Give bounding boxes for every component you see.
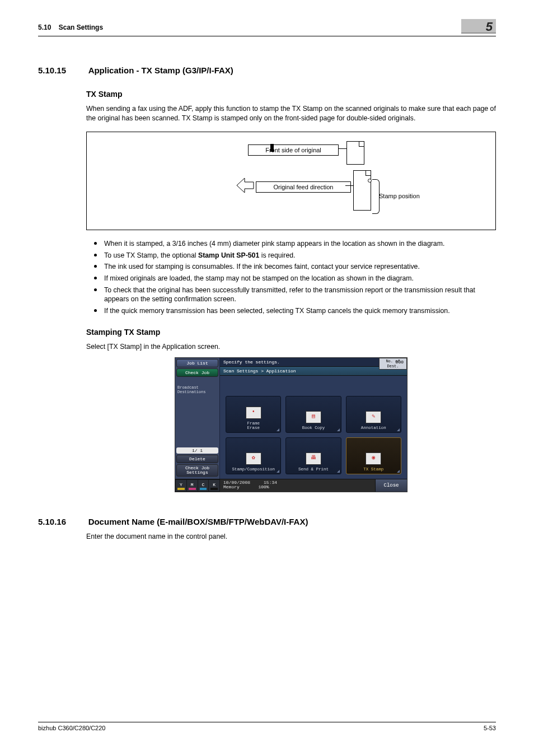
section-heading-1: 5.10.15 Application - TX Stamp (G3/IP/I-…	[38, 66, 496, 75]
job-list-tab[interactable]: Job List	[176, 359, 218, 367]
close-button[interactable]: Close	[375, 479, 407, 492]
arrow-left-icon	[237, 176, 255, 197]
list-item: The ink used for stamping is consumables…	[86, 262, 496, 272]
app-book-copy[interactable]: ▤ Book Copy	[285, 396, 341, 433]
header-left: 5.10 Scan Settings	[38, 24, 103, 31]
check-job-button[interactable]: Check Job	[176, 368, 218, 377]
diagram-doc-front	[346, 141, 364, 165]
stamp-comp-icon: ✿	[246, 452, 261, 465]
subheading-stamping: Stamping TX Stamp	[86, 328, 496, 337]
section-title: Application - TX Stamp (G3/IP/I-FAX)	[88, 66, 233, 75]
page-header: 5.10 Scan Settings 5	[38, 20, 496, 36]
page-footer: bizhub C360/C280/C220 5-53	[38, 722, 496, 731]
app-stamp-composition[interactable]: ✿ Stamp/Composition	[226, 437, 281, 474]
para-txstamp-intro: When sending a fax using the ADF, apply …	[86, 104, 496, 123]
subheading-txstamp: TX Stamp	[86, 90, 496, 99]
annotation-icon: ✎	[366, 411, 381, 423]
status-bar: 10/09/2008 15:34 Memory 100%	[220, 479, 375, 492]
bullet-list: When it is stamped, a 3/16 inches (4 mm)…	[86, 239, 496, 315]
toner-c: C	[198, 480, 209, 491]
list-item: To check that the original has been succ…	[86, 286, 496, 304]
dest-count-value: 000	[396, 360, 404, 365]
list-item: If mixed originals are loaded, the stamp…	[86, 274, 496, 283]
section-heading-2: 5.10.16 Document Name (E-mail/BOX/SMB/FT…	[38, 517, 496, 526]
app-frame-erase[interactable]: • Frame Erase	[226, 396, 281, 433]
instruction-text: Specify the settings.	[223, 360, 280, 365]
app-tx-stamp[interactable]: ◉ TX Stamp	[346, 437, 401, 474]
diagram-label-front: Front side of original	[248, 144, 339, 156]
app-send-print[interactable]: 🖶 Send & Print	[285, 437, 341, 474]
footer-model: bizhub C360/C280/C220	[38, 725, 105, 731]
diagram-mark	[270, 144, 274, 152]
delete-button[interactable]: Delete	[176, 455, 218, 463]
svg-marker-0	[237, 178, 254, 193]
diagram-connector	[345, 185, 353, 186]
app-annotation[interactable]: ✎ Annotation	[346, 396, 401, 433]
diagram: Front side of original Original feed dir…	[86, 132, 496, 230]
send-print-icon: 🖶	[306, 452, 321, 465]
section-number: 5.10.16	[38, 517, 86, 526]
diagram-label-feed: Original feed direction	[256, 181, 351, 193]
toner-y: Y	[176, 480, 186, 491]
chapter-badge: 5	[461, 19, 496, 34]
footer-page-num: 5-53	[484, 725, 496, 731]
page-indicator: 1/ 1	[176, 447, 218, 454]
diagram-doc-feed	[353, 170, 371, 211]
header-section-title: Scan Settings	[59, 24, 103, 31]
toner-k: K	[209, 480, 219, 491]
section-title: Document Name (E-mail/BOX/SMB/FTP/WebDAV…	[88, 517, 308, 526]
bold-text: Stamp Unit SP-501	[198, 251, 259, 259]
para-stamping: Select [TX Stamp] in the Application scr…	[86, 342, 496, 352]
check-settings-button[interactable]: Check Job Settings	[176, 464, 218, 477]
list-item: If the quick memory transmission has bee…	[86, 306, 496, 316]
toner-m: M	[187, 480, 198, 491]
control-panel-screenshot: Job List Check Job Specify the settings.…	[86, 357, 496, 492]
tx-stamp-icon: ◉	[366, 452, 381, 465]
frame-erase-icon: •	[246, 407, 261, 419]
header-section-num: 5.10	[38, 24, 51, 31]
toner-status: Y M C K	[175, 479, 220, 492]
section-number: 5.10.15	[38, 66, 86, 75]
para-docname: Enter the document name in the control p…	[86, 532, 496, 542]
book-copy-icon: ▤	[306, 411, 321, 423]
diagram-connector	[339, 148, 346, 149]
broadcast-label: Broadcast Destinations	[176, 386, 218, 394]
list-item: To use TX Stamp, the optional Stamp Unit…	[86, 251, 496, 260]
list-item: When it is stamped, a 3/16 inches (4 mm)…	[86, 239, 496, 249]
diagram-label-stamp: Stamp position	[379, 193, 420, 199]
